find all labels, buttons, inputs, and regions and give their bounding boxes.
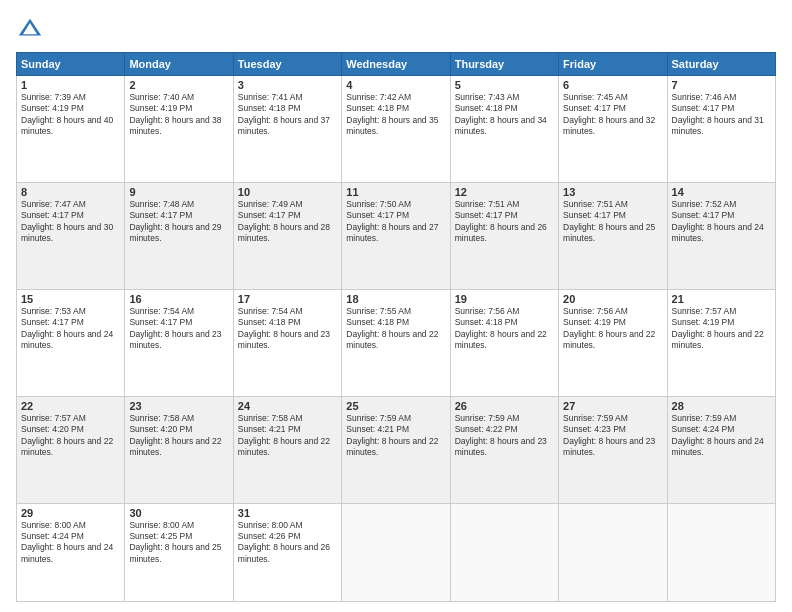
day-info: Sunrise: 7:57 AMSunset: 4:19 PMDaylight:…: [672, 306, 771, 352]
day-number: 8: [21, 186, 120, 198]
calendar-week-row: 8Sunrise: 7:47 AMSunset: 4:17 PMDaylight…: [17, 182, 776, 289]
calendar-cell: 30Sunrise: 8:00 AMSunset: 4:25 PMDayligh…: [125, 503, 233, 602]
day-header-saturday: Saturday: [667, 53, 775, 76]
day-number: 30: [129, 507, 228, 519]
day-number: 24: [238, 400, 337, 412]
day-info: Sunrise: 7:59 AMSunset: 4:23 PMDaylight:…: [563, 413, 662, 459]
calendar-cell: [342, 503, 450, 602]
day-number: 26: [455, 400, 554, 412]
calendar-week-row: 22Sunrise: 7:57 AMSunset: 4:20 PMDayligh…: [17, 396, 776, 503]
calendar-cell: 24Sunrise: 7:58 AMSunset: 4:21 PMDayligh…: [233, 396, 341, 503]
calendar-cell: 31Sunrise: 8:00 AMSunset: 4:26 PMDayligh…: [233, 503, 341, 602]
calendar-cell: 9Sunrise: 7:48 AMSunset: 4:17 PMDaylight…: [125, 182, 233, 289]
day-number: 21: [672, 293, 771, 305]
day-info: Sunrise: 7:58 AMSunset: 4:20 PMDaylight:…: [129, 413, 228, 459]
day-info: Sunrise: 7:55 AMSunset: 4:18 PMDaylight:…: [346, 306, 445, 352]
day-number: 29: [21, 507, 120, 519]
logo: [16, 16, 48, 44]
day-info: Sunrise: 7:42 AMSunset: 4:18 PMDaylight:…: [346, 92, 445, 138]
day-number: 25: [346, 400, 445, 412]
day-number: 13: [563, 186, 662, 198]
calendar-cell: 21Sunrise: 7:57 AMSunset: 4:19 PMDayligh…: [667, 289, 775, 396]
calendar-cell: 27Sunrise: 7:59 AMSunset: 4:23 PMDayligh…: [559, 396, 667, 503]
day-number: 12: [455, 186, 554, 198]
logo-icon: [16, 16, 44, 44]
day-header-tuesday: Tuesday: [233, 53, 341, 76]
day-info: Sunrise: 7:56 AMSunset: 4:19 PMDaylight:…: [563, 306, 662, 352]
day-info: Sunrise: 7:48 AMSunset: 4:17 PMDaylight:…: [129, 199, 228, 245]
day-info: Sunrise: 7:54 AMSunset: 4:17 PMDaylight:…: [129, 306, 228, 352]
day-info: Sunrise: 7:40 AMSunset: 4:19 PMDaylight:…: [129, 92, 228, 138]
day-info: Sunrise: 7:58 AMSunset: 4:21 PMDaylight:…: [238, 413, 337, 459]
calendar-cell: 1Sunrise: 7:39 AMSunset: 4:19 PMDaylight…: [17, 76, 125, 183]
day-number: 11: [346, 186, 445, 198]
calendar-cell: 3Sunrise: 7:41 AMSunset: 4:18 PMDaylight…: [233, 76, 341, 183]
calendar-cell: 28Sunrise: 7:59 AMSunset: 4:24 PMDayligh…: [667, 396, 775, 503]
day-info: Sunrise: 7:57 AMSunset: 4:20 PMDaylight:…: [21, 413, 120, 459]
day-header-monday: Monday: [125, 53, 233, 76]
day-info: Sunrise: 7:50 AMSunset: 4:17 PMDaylight:…: [346, 199, 445, 245]
calendar-cell: 15Sunrise: 7:53 AMSunset: 4:17 PMDayligh…: [17, 289, 125, 396]
day-number: 14: [672, 186, 771, 198]
day-header-sunday: Sunday: [17, 53, 125, 76]
day-info: Sunrise: 7:51 AMSunset: 4:17 PMDaylight:…: [563, 199, 662, 245]
calendar-week-row: 15Sunrise: 7:53 AMSunset: 4:17 PMDayligh…: [17, 289, 776, 396]
day-number: 6: [563, 79, 662, 91]
calendar-cell: 17Sunrise: 7:54 AMSunset: 4:18 PMDayligh…: [233, 289, 341, 396]
calendar-cell: 20Sunrise: 7:56 AMSunset: 4:19 PMDayligh…: [559, 289, 667, 396]
day-info: Sunrise: 8:00 AMSunset: 4:24 PMDaylight:…: [21, 520, 120, 566]
calendar-body: 1Sunrise: 7:39 AMSunset: 4:19 PMDaylight…: [17, 76, 776, 602]
calendar-cell: 12Sunrise: 7:51 AMSunset: 4:17 PMDayligh…: [450, 182, 558, 289]
calendar-cell: 22Sunrise: 7:57 AMSunset: 4:20 PMDayligh…: [17, 396, 125, 503]
day-info: Sunrise: 7:52 AMSunset: 4:17 PMDaylight:…: [672, 199, 771, 245]
calendar-cell: 13Sunrise: 7:51 AMSunset: 4:17 PMDayligh…: [559, 182, 667, 289]
calendar-cell: 6Sunrise: 7:45 AMSunset: 4:17 PMDaylight…: [559, 76, 667, 183]
day-number: 10: [238, 186, 337, 198]
calendar-cell: 11Sunrise: 7:50 AMSunset: 4:17 PMDayligh…: [342, 182, 450, 289]
day-info: Sunrise: 7:53 AMSunset: 4:17 PMDaylight:…: [21, 306, 120, 352]
day-header-wednesday: Wednesday: [342, 53, 450, 76]
day-info: Sunrise: 7:54 AMSunset: 4:18 PMDaylight:…: [238, 306, 337, 352]
day-number: 2: [129, 79, 228, 91]
day-number: 16: [129, 293, 228, 305]
calendar-cell: 5Sunrise: 7:43 AMSunset: 4:18 PMDaylight…: [450, 76, 558, 183]
day-number: 1: [21, 79, 120, 91]
day-number: 3: [238, 79, 337, 91]
calendar-cell: 2Sunrise: 7:40 AMSunset: 4:19 PMDaylight…: [125, 76, 233, 183]
calendar-cell: [450, 503, 558, 602]
day-number: 18: [346, 293, 445, 305]
calendar-header-row: SundayMondayTuesdayWednesdayThursdayFrid…: [17, 53, 776, 76]
day-info: Sunrise: 7:43 AMSunset: 4:18 PMDaylight:…: [455, 92, 554, 138]
day-info: Sunrise: 7:59 AMSunset: 4:21 PMDaylight:…: [346, 413, 445, 459]
day-info: Sunrise: 7:39 AMSunset: 4:19 PMDaylight:…: [21, 92, 120, 138]
calendar-cell: 10Sunrise: 7:49 AMSunset: 4:17 PMDayligh…: [233, 182, 341, 289]
day-header-thursday: Thursday: [450, 53, 558, 76]
day-info: Sunrise: 8:00 AMSunset: 4:26 PMDaylight:…: [238, 520, 337, 566]
calendar-cell: 26Sunrise: 7:59 AMSunset: 4:22 PMDayligh…: [450, 396, 558, 503]
day-number: 17: [238, 293, 337, 305]
calendar-cell: 8Sunrise: 7:47 AMSunset: 4:17 PMDaylight…: [17, 182, 125, 289]
calendar-cell: 23Sunrise: 7:58 AMSunset: 4:20 PMDayligh…: [125, 396, 233, 503]
day-info: Sunrise: 7:51 AMSunset: 4:17 PMDaylight:…: [455, 199, 554, 245]
day-number: 27: [563, 400, 662, 412]
calendar-cell: 16Sunrise: 7:54 AMSunset: 4:17 PMDayligh…: [125, 289, 233, 396]
calendar-table: SundayMondayTuesdayWednesdayThursdayFrid…: [16, 52, 776, 602]
day-info: Sunrise: 7:49 AMSunset: 4:17 PMDaylight:…: [238, 199, 337, 245]
day-info: Sunrise: 7:45 AMSunset: 4:17 PMDaylight:…: [563, 92, 662, 138]
calendar-cell: 29Sunrise: 8:00 AMSunset: 4:24 PMDayligh…: [17, 503, 125, 602]
calendar-cell: 4Sunrise: 7:42 AMSunset: 4:18 PMDaylight…: [342, 76, 450, 183]
day-info: Sunrise: 7:56 AMSunset: 4:18 PMDaylight:…: [455, 306, 554, 352]
day-number: 19: [455, 293, 554, 305]
calendar-cell: 18Sunrise: 7:55 AMSunset: 4:18 PMDayligh…: [342, 289, 450, 396]
day-number: 5: [455, 79, 554, 91]
day-info: Sunrise: 7:59 AMSunset: 4:24 PMDaylight:…: [672, 413, 771, 459]
calendar-cell: [667, 503, 775, 602]
day-info: Sunrise: 7:59 AMSunset: 4:22 PMDaylight:…: [455, 413, 554, 459]
calendar-week-row: 29Sunrise: 8:00 AMSunset: 4:24 PMDayligh…: [17, 503, 776, 602]
day-number: 9: [129, 186, 228, 198]
calendar-cell: [559, 503, 667, 602]
day-number: 4: [346, 79, 445, 91]
day-info: Sunrise: 7:41 AMSunset: 4:18 PMDaylight:…: [238, 92, 337, 138]
day-number: 15: [21, 293, 120, 305]
day-info: Sunrise: 7:47 AMSunset: 4:17 PMDaylight:…: [21, 199, 120, 245]
